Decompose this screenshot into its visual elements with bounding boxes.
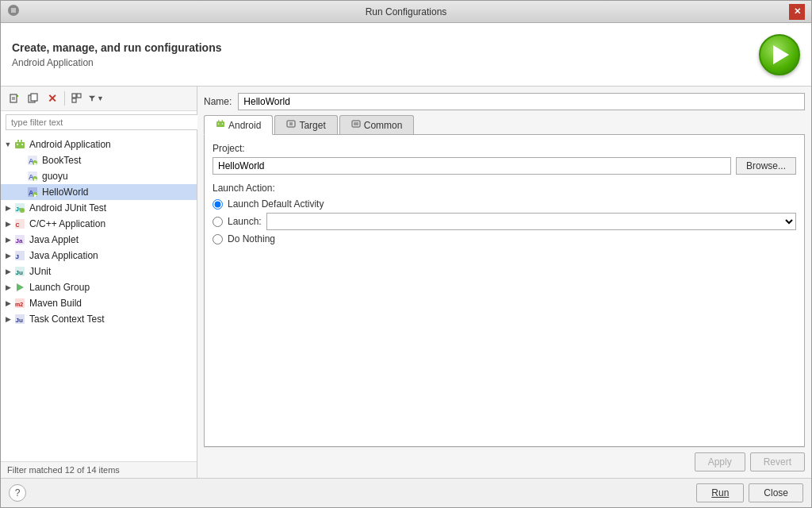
tab-android[interactable]: Android [204, 115, 273, 135]
svg-rect-13 [21, 140, 22, 142]
tree-item-junit[interactable]: ▶ Ju JUnit [1, 264, 197, 279]
svg-rect-1 [10, 94, 17, 102]
sidebar-toolbar: ✕ ▼ [1, 87, 197, 111]
expand-arrow: ▼ [4, 140, 12, 148]
radio-launch: Launch: [213, 213, 796, 230]
svg-rect-52 [352, 121, 360, 127]
close-window-button[interactable]: ✕ [789, 4, 805, 20]
tree-item-android-app[interactable]: ▼ Android Application [1, 137, 197, 152]
filter-input[interactable] [6, 114, 201, 130]
header-subtitle: Android Application [12, 57, 222, 68]
footer-run-button[interactable]: Run [696, 483, 744, 502]
tree-item-task-context[interactable]: ▶ Ju Task Context Test [1, 311, 197, 327]
delete-config-button[interactable]: ✕ [44, 90, 61, 107]
radio-nothing-input[interactable] [213, 234, 223, 244]
help-button[interactable]: ? [9, 484, 26, 502]
tree-item-maven[interactable]: ▶ m2 Maven Build [1, 295, 197, 311]
guoyu-icon: A ▶ [26, 170, 39, 183]
task-context-label: Task Context Test [29, 314, 105, 325]
window-footer: ? Run Close [1, 478, 811, 507]
junit-icon: Ju [13, 265, 26, 278]
expand-arrow-junit2: ▶ [4, 267, 12, 275]
run-button[interactable] [759, 34, 800, 75]
svg-rect-45 [218, 120, 220, 122]
java-applet-label: Java Applet [29, 234, 79, 245]
titlebar: Run Configurations ✕ [1, 1, 811, 23]
svg-text:Ju: Ju [16, 269, 23, 276]
tab-content-android: Project: Browse... Launch Action: Launch… [204, 134, 805, 447]
tab-target[interactable]: Target [274, 115, 337, 134]
svg-rect-7 [31, 94, 37, 101]
filter-status: Filter matched 12 of 14 items [7, 465, 120, 475]
right-panel-inner: Name: [204, 93, 805, 471]
svg-point-14 [17, 144, 18, 145]
svg-rect-49 [287, 121, 295, 127]
java-app-label: Java Application [29, 250, 98, 261]
tab-common[interactable]: Common [339, 115, 415, 134]
header-title: Create, manage, and run configurations [12, 41, 222, 54]
duplicate-config-button[interactable] [25, 90, 42, 107]
radio-default-label[interactable]: Launch Default Activity [228, 198, 324, 210]
expand-arrow-cpp: ▶ [4, 220, 12, 228]
expand-arrow-maven: ▶ [4, 299, 12, 307]
browse-button[interactable]: Browse... [736, 157, 796, 175]
launch-action-group: Launch Action: Launch Default Activity L… [213, 183, 796, 244]
name-row: Name: [204, 93, 805, 110]
project-label: Project: [213, 143, 796, 154]
cpp-label: C/C++ Application [29, 218, 105, 229]
tree-item-android-junit[interactable]: ▶ Ju Android JUnit Test [1, 200, 197, 216]
android-app-label: Android Application [29, 139, 111, 150]
guoyu-label: guoyu [42, 171, 68, 182]
apply-button[interactable]: Apply [695, 452, 745, 471]
tree-item-booktest[interactable]: ▶ A ▶ BookTest [1, 152, 197, 168]
project-input[interactable] [213, 157, 731, 175]
right-panel: Name: [197, 87, 811, 478]
name-input[interactable] [238, 93, 805, 110]
sidebar-footer: Filter matched 12 of 14 items [1, 461, 197, 478]
expand-arrow-task: ▶ [4, 315, 12, 323]
expand-arrow-junit: ▶ [4, 204, 12, 212]
radio-launch-input[interactable] [213, 217, 223, 227]
tree-item-guoyu[interactable]: ▶ A ▶ guoyu [1, 168, 197, 184]
tree-item-helloworld[interactable]: ▶ A ▶ HelloWorld [1, 184, 197, 200]
radio-launch-label[interactable]: Launch: [228, 216, 262, 227]
launch-select[interactable] [266, 213, 796, 230]
expand-arrow-java: ▶ [4, 252, 12, 260]
helloworld-label: HelloWorld [42, 187, 88, 198]
task-context-icon: Ju [13, 313, 26, 325]
svg-rect-46 [222, 120, 224, 122]
new-config-button[interactable] [6, 90, 23, 107]
footer-close-button[interactable]: Close [749, 483, 803, 502]
svg-text:Ju: Ju [16, 317, 23, 324]
window-title: Run Configurations [23, 6, 789, 17]
java-applet-icon: Ja [13, 233, 26, 246]
android-tab-icon [216, 119, 225, 131]
svg-rect-9 [77, 94, 81, 98]
revert-button[interactable]: Revert [750, 452, 805, 471]
tree-item-java-app[interactable]: ▶ J Java Application [1, 248, 197, 264]
svg-rect-10 [72, 98, 76, 102]
junit-label: JUnit [29, 266, 51, 277]
common-tab-label: Common [364, 120, 403, 131]
tree-item-launch-group[interactable]: ▶ Launch Group [1, 279, 197, 295]
radio-default-activity: Launch Default Activity [213, 198, 796, 210]
radio-nothing-label[interactable]: Do Nothing [228, 233, 275, 244]
apply-revert-buttons: Apply Revert [204, 447, 805, 471]
tabs-bar: Android Target [204, 115, 805, 134]
run-icon [773, 45, 789, 64]
header-area: Create, manage, and run configurations A… [1, 23, 811, 87]
tree-item-java-applet[interactable]: ▶ Ja Java Applet [1, 232, 197, 248]
expand-arrow-applet: ▶ [4, 236, 12, 244]
radio-default-input[interactable] [213, 199, 223, 210]
collapse-all-button[interactable] [68, 90, 86, 107]
svg-point-15 [21, 144, 23, 145]
svg-text:J: J [16, 253, 19, 260]
header-text: Create, manage, and run configurations A… [12, 41, 222, 68]
tree-item-cpp[interactable]: ▶ C C/C++ Application [1, 216, 197, 232]
filter-button[interactable]: ▼ [87, 90, 105, 107]
svg-point-47 [218, 123, 220, 125]
svg-point-30 [20, 208, 25, 213]
android-tab-label: Android [228, 120, 261, 131]
java-app-icon: J [13, 249, 26, 262]
configuration-tree: ▼ Android Application ▶ [1, 133, 197, 461]
